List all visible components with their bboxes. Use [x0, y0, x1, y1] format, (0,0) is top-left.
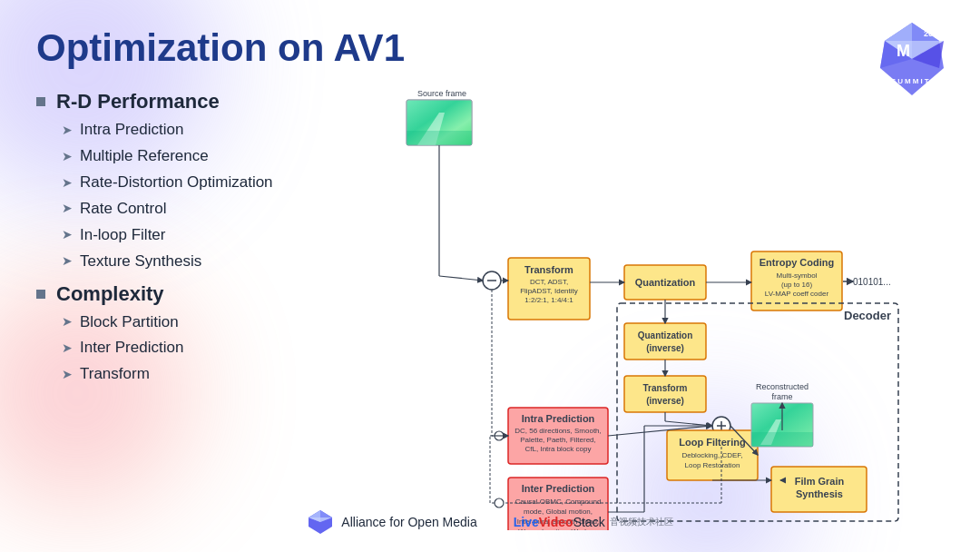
- list-item: ➤ Rate Control: [62, 196, 345, 222]
- arrow-icon: ➤: [62, 198, 73, 220]
- left-panel: R-D Performance ➤ Intra Prediction ➤ Mul…: [36, 85, 345, 530]
- svg-text:(inverse): (inverse): [646, 396, 684, 406]
- svg-text:Reconstructed: Reconstructed: [756, 382, 808, 391]
- source-label: Source frame: [417, 89, 466, 98]
- svg-text:Multi-symbol: Multi-symbol: [777, 271, 818, 280]
- complexity-sub-items: ➤ Block Partition ➤ Inter Prediction ➤ T…: [62, 310, 345, 389]
- svg-text:Loop Filtering: Loop Filtering: [679, 437, 745, 448]
- diagram-panel: Source frame: [363, 85, 944, 530]
- svg-text:Loop Restoration: Loop Restoration: [685, 461, 740, 469]
- arrow-icon: ➤: [62, 146, 73, 168]
- svg-text:Entropy Coding: Entropy Coding: [760, 257, 835, 268]
- lvs-text: LiveVideoStack: [514, 515, 605, 529]
- page-title: Optimization on AV1: [36, 27, 944, 69]
- list-item: ➤ Block Partition: [62, 310, 345, 336]
- svg-rect-33: [624, 376, 706, 412]
- list-item: ➤ Transform: [62, 361, 345, 388]
- list-item: ➤ In-loop Filter: [62, 222, 345, 249]
- svg-text:FlipADST, Identity: FlipADST, Identity: [520, 287, 578, 295]
- svg-line-71: [665, 421, 712, 426]
- lvs-sub-text: 音视频技术社区: [610, 516, 673, 528]
- list-item: ➤ Intra Prediction: [62, 117, 345, 143]
- svg-text:DCT, ADST,: DCT, ADST,: [530, 278, 568, 286]
- svg-text:(inverse): (inverse): [646, 343, 684, 353]
- bullet-icon: [36, 290, 45, 299]
- aom-diamond-icon: [307, 508, 334, 536]
- svg-text:SUMMIT: SUMMIT: [891, 77, 931, 85]
- arrow-icon: ➤: [62, 364, 73, 386]
- aom-text: Alliance for Open Media: [341, 515, 476, 529]
- list-item: ➤ Texture Synthesis: [62, 249, 345, 275]
- svg-text:(up to 16): (up to 16): [781, 281, 813, 289]
- arrow-icon: ➤: [62, 172, 73, 194]
- svg-text:Film Grain: Film Grain: [795, 476, 845, 487]
- section-rd-performance: R-D Performance: [36, 90, 345, 113]
- rd-sub-items: ➤ Intra Prediction ➤ Multiple Reference …: [62, 117, 345, 274]
- svg-rect-30: [624, 323, 706, 360]
- list-item: ➤ Multiple Reference: [62, 143, 345, 170]
- section-complexity: Complexity: [36, 282, 345, 306]
- svg-text:Quantization: Quantization: [635, 277, 696, 288]
- svg-text:Intra Prediction: Intra Prediction: [522, 413, 595, 424]
- svg-text:LV-MAP coeff coder: LV-MAP coeff coder: [765, 290, 829, 298]
- aom-logo: Alliance for Open Media: [307, 508, 476, 536]
- svg-text:M: M: [897, 42, 910, 60]
- bottom-logos: Alliance for Open Media LiveVideoStack 音…: [0, 508, 980, 536]
- svg-text:1:2/2:1, 1:4/4:1: 1:2/2:1, 1:4/4:1: [524, 296, 573, 304]
- svg-text:Inter Prediction: Inter Prediction: [522, 483, 595, 494]
- svg-text:DC, 56 directions, Smooth,: DC, 56 directions, Smooth,: [514, 427, 602, 435]
- svg-text:Quantization: Quantization: [638, 330, 693, 340]
- svg-text:Causal OBMC, Compound: Causal OBMC, Compound: [515, 498, 602, 506]
- svg-text:Transform: Transform: [524, 264, 573, 275]
- arrow-icon: ➤: [62, 120, 73, 142]
- svg-text:CfL, Intra block copy: CfL, Intra block copy: [525, 445, 592, 453]
- arrow-icon: ➤: [62, 311, 73, 333]
- svg-text:frame: frame: [771, 392, 792, 401]
- svg-rect-11: [407, 131, 472, 145]
- list-item: ➤ Inter Prediction: [62, 335, 345, 361]
- svg-text:Transform: Transform: [643, 383, 688, 393]
- svg-text:Deblocking, CDEF,: Deblocking, CDEF,: [681, 451, 742, 459]
- svg-text:2021: 2021: [924, 29, 942, 38]
- svg-text:010101...: 010101...: [853, 277, 891, 287]
- svg-rect-59: [751, 432, 813, 447]
- svg-text:Palette, Paeth, Filtered,: Palette, Paeth, Filtered,: [520, 436, 596, 444]
- arrow-icon: ➤: [62, 224, 73, 246]
- arrow-icon: ➤: [62, 338, 73, 360]
- svg-text:Synthesis: Synthesis: [796, 488, 843, 499]
- svg-point-84: [495, 498, 504, 508]
- svg-line-64: [439, 276, 483, 281]
- lvs-logo: LiveVideoStack 音视频技术社区: [514, 515, 673, 529]
- bullet-icon: [36, 97, 45, 106]
- list-item: ➤ Rate-Distortion Optimization: [62, 170, 345, 196]
- arrow-icon: ➤: [62, 251, 73, 272]
- svg-text:Decoder: Decoder: [844, 309, 891, 322]
